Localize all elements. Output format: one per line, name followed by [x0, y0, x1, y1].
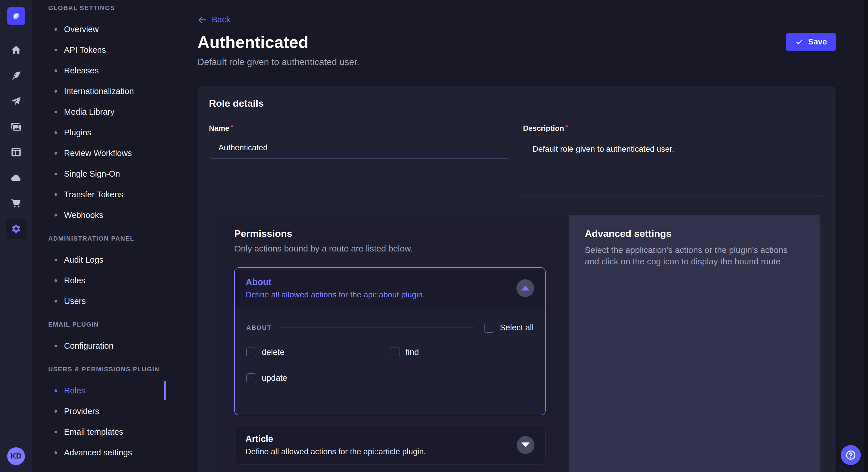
delete-checkbox[interactable]: [246, 347, 256, 357]
nav-section-users-permissions-plugin: USERS & PERMISSIONS PLUGIN Roles Provide…: [48, 363, 166, 463]
action-label: update: [262, 373, 287, 383]
sidebar-item-label: Advanced settings: [64, 448, 132, 458]
action-label: delete: [262, 347, 284, 357]
sidebar-content-manager[interactable]: [6, 65, 26, 86]
sidebar-item-label: Internationalization: [64, 87, 134, 96]
feather-icon: [10, 70, 22, 81]
description-textarea[interactable]: Default role given to authenticated user…: [523, 137, 825, 196]
sidebar-item-up-email-templates[interactable]: Email templates: [48, 422, 166, 442]
sidebar-item-single-sign-on[interactable]: Single Sign-On: [48, 164, 166, 184]
sidebar-item-label: Transfer Tokens: [64, 190, 123, 199]
action-label: find: [406, 347, 419, 357]
paper-plane-icon: [10, 96, 22, 107]
sidebar-item-webhooks[interactable]: Webhooks: [48, 205, 166, 225]
bullet-icon: [55, 90, 57, 93]
question-mark-icon: [845, 449, 857, 461]
page-title: Authenticated: [197, 32, 836, 52]
sidebar-cloud[interactable]: [6, 167, 26, 188]
advanced-settings-panel: Advanced settings Select the application…: [569, 215, 820, 472]
avatar[interactable]: KD: [7, 447, 25, 465]
accordion-title: Article: [245, 434, 426, 444]
bullet-icon: [55, 28, 57, 31]
accordion-about: About Define all allowed actions for the…: [234, 267, 546, 415]
media-library-icon: [10, 121, 22, 133]
sidebar-item-transfer-tokens[interactable]: Transfer Tokens: [48, 184, 166, 205]
save-button[interactable]: Save: [786, 33, 836, 51]
advanced-settings-body: Select the application's actions or the …: [585, 244, 801, 268]
role-card: Role details Name* Description* Default …: [197, 86, 836, 472]
bullet-icon: [55, 152, 57, 155]
permissions-title: Permissions: [234, 228, 546, 239]
role-details-fields: Name* Description* Default role given to…: [209, 123, 825, 198]
role-details-title: Role details: [209, 98, 825, 109]
bullet-icon: [55, 193, 57, 196]
bullet-icon: [55, 173, 57, 175]
sidebar-item-up-providers[interactable]: Providers: [48, 401, 166, 422]
select-all-label: Select all: [500, 323, 534, 332]
sidebar-media-library[interactable]: [6, 116, 26, 137]
sidebar-content-type-builder[interactable]: [6, 142, 26, 163]
scrollbar[interactable]: [864, 0, 868, 472]
settings-subnav: GLOBAL SETTINGS Overview API Tokens Rele…: [32, 0, 166, 472]
name-field-group: Name*: [209, 123, 510, 198]
collapse-toggle-button[interactable]: [516, 279, 534, 297]
sidebar-item-label: Single Sign-On: [64, 169, 120, 179]
sidebar-item-label: Providers: [64, 407, 99, 416]
nav-section-global-settings: GLOBAL SETTINGS Overview API Tokens Rele…: [48, 2, 166, 225]
sidebar-item-label: Review Workflows: [64, 148, 132, 158]
bullet-icon: [55, 345, 57, 347]
bullet-icon: [55, 131, 57, 134]
sidebar-item-api-tokens[interactable]: API Tokens: [48, 40, 166, 60]
find-checkbox[interactable]: [390, 347, 400, 357]
strapi-logo-icon: [11, 11, 22, 22]
action-update: update: [246, 373, 390, 383]
sidebar-item-admin-users[interactable]: Users: [48, 291, 166, 311]
sidebar-item-email-configuration[interactable]: Configuration: [48, 336, 166, 356]
sidebar-item-media-library[interactable]: Media Library: [48, 102, 166, 122]
update-checkbox[interactable]: [246, 373, 256, 383]
sidebar-item-up-roles[interactable]: Roles: [48, 380, 166, 401]
permissions-section: Permissions Only actions bound by a rout…: [216, 215, 820, 472]
select-all-checkbox[interactable]: [484, 323, 494, 333]
sidebar-item-review-workflows[interactable]: Review Workflows: [48, 143, 166, 164]
strapi-logo[interactable]: [7, 7, 25, 25]
sidebar-releases[interactable]: [6, 91, 26, 111]
bullet-icon: [55, 259, 57, 261]
sidebar-home[interactable]: [6, 40, 26, 61]
sidebar-settings[interactable]: [6, 218, 26, 239]
sidebar-item-overview[interactable]: Overview: [48, 19, 166, 40]
sidebar-item-up-advanced-settings[interactable]: Advanced settings: [48, 442, 166, 463]
sidebar-item-releases[interactable]: Releases: [48, 60, 166, 81]
help-button[interactable]: [841, 445, 861, 465]
check-icon: [795, 38, 804, 46]
sidebar-item-admin-roles[interactable]: Roles: [48, 270, 166, 291]
bullet-icon: [55, 279, 57, 282]
bullet-icon: [55, 49, 57, 51]
back-link[interactable]: Back: [197, 15, 230, 24]
sidebar-item-label: Overview: [64, 25, 99, 34]
accordion-article[interactable]: Article Define all allowed actions for t…: [234, 426, 546, 465]
sidebar-item-label: Users: [64, 297, 86, 306]
bullet-icon: [55, 431, 57, 433]
sidebar-item-internationalization[interactable]: Internationalization: [48, 81, 166, 102]
chevron-down-icon: [522, 442, 530, 447]
icon-rail: KD: [0, 0, 32, 472]
layout-icon: [10, 146, 22, 158]
sidebar-marketplace[interactable]: [6, 193, 26, 214]
sidebar-item-label: Plugins: [64, 128, 91, 137]
name-input[interactable]: [209, 137, 510, 159]
bullet-icon: [55, 214, 57, 216]
rail-footer: KD: [0, 440, 32, 472]
action-delete: delete: [246, 347, 390, 357]
home-icon: [10, 44, 22, 56]
permissions-subtitle: Only actions bound by a route are listed…: [234, 244, 546, 254]
accordion-about-body: ABOUT Select all delete: [235, 308, 545, 415]
accordion-about-header[interactable]: About Define all allowed actions for the…: [235, 268, 545, 308]
page-subtitle: Default role given to authenticated user…: [197, 57, 836, 67]
sidebar-item-plugins[interactable]: Plugins: [48, 122, 166, 143]
expand-toggle-button[interactable]: [517, 436, 534, 454]
bullet-icon: [55, 451, 57, 454]
settings-gear-icon: [10, 223, 22, 235]
accordion-title: About: [246, 277, 425, 287]
sidebar-item-audit-logs[interactable]: Audit Logs: [48, 249, 166, 270]
